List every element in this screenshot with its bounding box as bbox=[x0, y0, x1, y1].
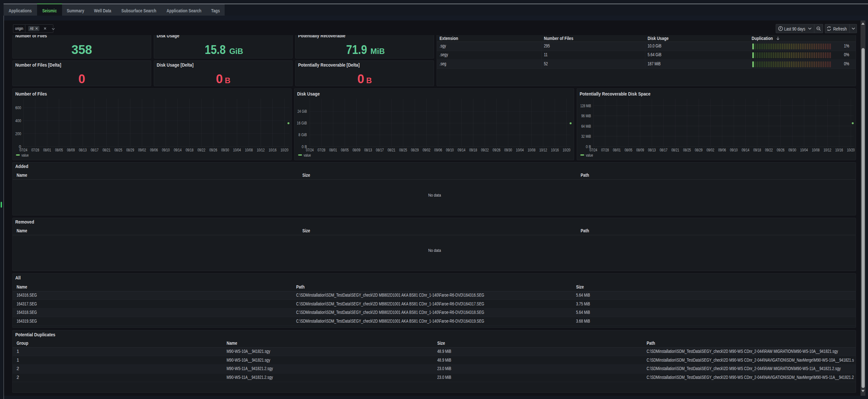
svg-text:10/12: 10/12 bbox=[824, 148, 831, 153]
svg-text:10/20: 10/20 bbox=[281, 148, 288, 153]
svg-text:07/24: 07/24 bbox=[589, 148, 597, 153]
svg-text:09/10: 09/10 bbox=[162, 148, 170, 153]
svg-text:09/02: 09/02 bbox=[138, 148, 146, 153]
svg-text:09/10: 09/10 bbox=[730, 148, 738, 153]
svg-text:08/09: 08/09 bbox=[636, 148, 644, 153]
svg-text:value: value bbox=[586, 153, 593, 158]
svg-text:8 GiB: 8 GiB bbox=[299, 133, 307, 137]
svg-text:09/26: 09/26 bbox=[493, 148, 500, 153]
svg-text:09/02: 09/02 bbox=[423, 148, 430, 153]
svg-text:09/26: 09/26 bbox=[209, 148, 217, 153]
svg-text:128 MiB: 128 MiB bbox=[580, 104, 591, 108]
svg-text:10/04: 10/04 bbox=[800, 148, 808, 153]
svg-text:08/01: 08/01 bbox=[613, 148, 621, 153]
svg-text:09/22: 09/22 bbox=[198, 148, 206, 153]
svg-text:07/28: 07/28 bbox=[32, 148, 39, 153]
svg-text:09/18: 09/18 bbox=[186, 148, 193, 153]
svg-text:09/14: 09/14 bbox=[458, 148, 466, 153]
svg-text:10/20: 10/20 bbox=[563, 148, 570, 153]
svg-text:09/22: 09/22 bbox=[765, 148, 773, 153]
svg-text:200: 200 bbox=[15, 132, 21, 136]
svg-text:09/18: 09/18 bbox=[753, 148, 761, 153]
svg-text:10/16: 10/16 bbox=[551, 148, 559, 153]
svg-text:24 GiB: 24 GiB bbox=[298, 109, 307, 114]
svg-text:08/25: 08/25 bbox=[683, 148, 691, 153]
svg-text:10/08: 10/08 bbox=[812, 148, 819, 153]
svg-text:09/30: 09/30 bbox=[221, 148, 229, 153]
svg-text:10/12: 10/12 bbox=[539, 148, 547, 153]
svg-text:08/13: 08/13 bbox=[364, 148, 372, 153]
svg-text:08/17: 08/17 bbox=[376, 148, 383, 153]
svg-text:09/18: 09/18 bbox=[469, 148, 477, 153]
svg-text:08/01: 08/01 bbox=[329, 148, 337, 153]
svg-text:32 MiB: 32 MiB bbox=[581, 134, 591, 139]
svg-text:09/30: 09/30 bbox=[504, 148, 512, 153]
svg-text:value: value bbox=[22, 153, 29, 158]
svg-text:10/16: 10/16 bbox=[835, 148, 843, 153]
svg-text:10/08: 10/08 bbox=[245, 148, 253, 153]
svg-text:10/04: 10/04 bbox=[516, 148, 524, 153]
svg-text:07/24: 07/24 bbox=[20, 148, 27, 153]
svg-text:10/16: 10/16 bbox=[269, 148, 277, 153]
svg-text:09/02: 09/02 bbox=[706, 148, 714, 153]
svg-text:07/24: 07/24 bbox=[306, 148, 314, 153]
svg-text:08/09: 08/09 bbox=[67, 148, 75, 153]
svg-text:08/17: 08/17 bbox=[660, 148, 668, 153]
svg-text:400: 400 bbox=[15, 119, 21, 123]
svg-text:09/06: 09/06 bbox=[434, 148, 442, 153]
svg-text:64 MiB: 64 MiB bbox=[581, 124, 591, 129]
svg-text:09/22: 09/22 bbox=[481, 148, 489, 153]
svg-text:08/25: 08/25 bbox=[399, 148, 407, 153]
svg-text:09/30: 09/30 bbox=[788, 148, 796, 153]
svg-text:08/01: 08/01 bbox=[43, 148, 51, 153]
svg-text:08/21: 08/21 bbox=[671, 148, 679, 153]
svg-text:08/21: 08/21 bbox=[388, 148, 395, 153]
svg-text:08/13: 08/13 bbox=[79, 148, 87, 153]
svg-text:08/05: 08/05 bbox=[55, 148, 63, 153]
svg-text:10/12: 10/12 bbox=[257, 148, 265, 153]
svg-text:96 MiB: 96 MiB bbox=[581, 114, 591, 118]
svg-text:09/06: 09/06 bbox=[150, 148, 158, 153]
svg-text:08/21: 08/21 bbox=[103, 148, 111, 153]
svg-text:08/05: 08/05 bbox=[341, 148, 349, 153]
svg-text:07/28: 07/28 bbox=[601, 148, 609, 153]
svg-text:10/20: 10/20 bbox=[847, 148, 855, 153]
svg-text:09/06: 09/06 bbox=[718, 148, 726, 153]
svg-text:10/08: 10/08 bbox=[528, 148, 535, 153]
svg-text:16 GiB: 16 GiB bbox=[297, 121, 307, 125]
svg-text:08/29: 08/29 bbox=[411, 148, 419, 153]
svg-text:08/25: 08/25 bbox=[115, 148, 122, 153]
svg-text:value: value bbox=[304, 153, 311, 158]
svg-text:09/10: 09/10 bbox=[446, 148, 454, 153]
svg-text:08/13: 08/13 bbox=[648, 148, 656, 153]
svg-text:09/14: 09/14 bbox=[174, 148, 182, 153]
svg-text:08/05: 08/05 bbox=[624, 148, 632, 153]
svg-text:08/09: 08/09 bbox=[353, 148, 361, 153]
svg-text:10/04: 10/04 bbox=[233, 148, 241, 153]
svg-text:08/17: 08/17 bbox=[91, 148, 98, 153]
svg-text:09/26: 09/26 bbox=[777, 148, 784, 153]
svg-text:08/29: 08/29 bbox=[126, 148, 134, 153]
svg-text:07/28: 07/28 bbox=[318, 148, 326, 153]
svg-text:08/29: 08/29 bbox=[695, 148, 703, 153]
svg-text:600: 600 bbox=[15, 106, 21, 110]
svg-text:09/14: 09/14 bbox=[742, 148, 749, 153]
